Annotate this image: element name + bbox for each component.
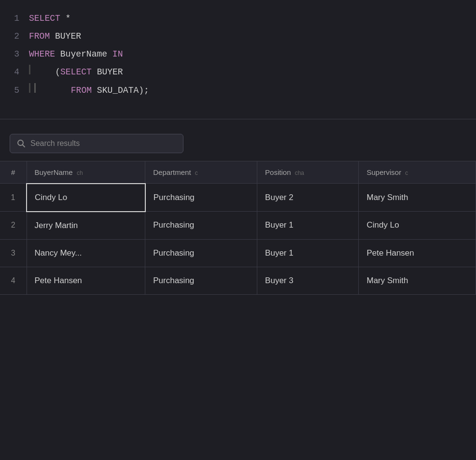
line-number-5: 5 (0, 84, 29, 98)
code-text (40, 84, 71, 98)
cell-row-num: 1 (0, 184, 27, 212)
indent-bar-2 (34, 83, 36, 93)
keyword-select-inner: SELECT (60, 65, 92, 79)
col-header-department[interactable]: Department c (145, 161, 257, 184)
table-row[interactable]: 2Jerry MartinPurchasingBuyer 1Cindy Lo (0, 212, 476, 240)
cell-department: Purchasing (145, 212, 257, 240)
results-section: Search results # BuyerName ch Department… (0, 119, 476, 295)
code-line-5: 5 FROM SKU_DATA); (0, 81, 476, 100)
cell-buyer-name[interactable]: Pete Hansen (27, 267, 145, 294)
code-text: SKU_DATA); (92, 84, 149, 98)
search-bar-wrapper: Search results (0, 129, 476, 161)
code-line-1: 1 SELECT * (0, 10, 476, 28)
cell-buyer-name[interactable]: Cindy Lo (27, 184, 145, 212)
cell-supervisor: Cindy Lo (359, 212, 476, 240)
code-editor: 1 SELECT * 2 FROM BUYER 3 WHERE BuyerNam… (0, 0, 476, 119)
col-header-supervisor[interactable]: Supervisor c (359, 161, 476, 184)
keyword-in: IN (112, 47, 123, 61)
table-row[interactable]: 4Pete HansenPurchasingBuyer 3Mary Smith (0, 267, 476, 294)
line-number-1: 1 (0, 12, 29, 26)
line-content-3: WHERE BuyerName IN (29, 47, 123, 61)
code-text: BuyerName (55, 47, 112, 61)
line-number-4: 4 (0, 65, 29, 79)
col-header-num: # (0, 161, 27, 184)
cell-department: Purchasing (145, 184, 257, 212)
cell-supervisor: Mary Smith (359, 267, 476, 294)
cell-supervisor: Mary Smith (359, 184, 476, 212)
cell-position: Buyer 1 (257, 239, 359, 267)
cell-row-num: 3 (0, 239, 27, 267)
code-text: ( (34, 65, 60, 79)
cell-department: Purchasing (145, 267, 257, 294)
cell-buyer-name[interactable]: Nancy Mey... (27, 239, 145, 267)
cell-position: Buyer 1 (257, 212, 359, 240)
cell-row-num: 4 (0, 267, 27, 294)
indent-bar (29, 65, 30, 74)
table-row[interactable]: 3Nancy Mey...PurchasingBuyer 1Pete Hanse… (0, 239, 476, 267)
code-line-3: 3 WHERE BuyerName IN (0, 45, 476, 63)
line-content-1: SELECT * (29, 12, 70, 26)
cell-buyer-name[interactable]: Jerry Martin (27, 212, 145, 240)
search-icon (17, 139, 26, 148)
cell-position: Buyer 3 (257, 267, 359, 294)
search-bar[interactable]: Search results (10, 134, 183, 153)
table-row[interactable]: 1Cindy LoPurchasingBuyer 2Mary Smith (0, 184, 476, 212)
keyword-from: FROM (29, 29, 50, 43)
line-number-3: 3 (0, 47, 29, 61)
code-line-2: 2 FROM BUYER (0, 28, 476, 45)
results-table: # BuyerName ch Department c Position cha… (0, 161, 476, 295)
keyword-select: SELECT (29, 12, 60, 26)
cell-row-num: 2 (0, 212, 27, 240)
code-line-4: 4 ( SELECT BUYER (0, 63, 476, 81)
col-header-buyername[interactable]: BuyerName ch (27, 161, 145, 184)
search-placeholder: Search results (30, 139, 80, 148)
keyword-from-inner: FROM (71, 84, 92, 98)
line-number-2: 2 (0, 29, 29, 43)
svg-line-1 (23, 144, 25, 147)
cell-supervisor: Pete Hansen (359, 239, 476, 267)
table-header-row: # BuyerName ch Department c Position cha… (0, 161, 476, 184)
line-content-5: FROM SKU_DATA); (29, 83, 149, 98)
line-content-4: ( SELECT BUYER (29, 65, 123, 79)
col-header-position[interactable]: Position cha (257, 161, 359, 184)
indent-bar (29, 83, 30, 93)
code-text: BUYER (50, 29, 81, 43)
cell-department: Purchasing (145, 239, 257, 267)
cell-position: Buyer 2 (257, 184, 359, 212)
code-text: BUYER (92, 65, 123, 79)
line-content-2: FROM BUYER (29, 29, 81, 43)
code-text: * (60, 12, 71, 26)
keyword-where: WHERE (29, 47, 55, 61)
